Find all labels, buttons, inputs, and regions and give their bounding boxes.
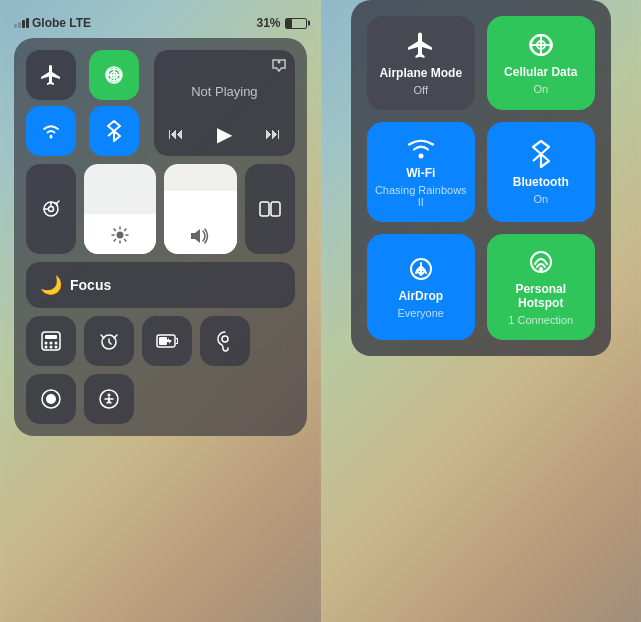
svg-point-36 [46, 394, 56, 404]
svg-rect-20 [271, 202, 280, 216]
signal-bars [14, 18, 29, 28]
svg-line-31 [114, 335, 117, 338]
expanded-bluetooth-button[interactable]: Bluetooth On [487, 122, 595, 222]
focus-label: Focus [70, 277, 111, 293]
volume-slider[interactable] [164, 164, 236, 254]
svg-point-5 [50, 136, 53, 139]
svg-rect-19 [260, 202, 269, 216]
expanded-hotspot-button[interactable]: Personal Hotspot 1 Connection [487, 234, 595, 340]
svg-text:((·)): ((·)) [107, 71, 122, 81]
battery-status-button[interactable] [142, 316, 192, 366]
hearing-button[interactable] [200, 316, 250, 366]
expanded-wifi-title: Wi-Fi [406, 166, 435, 180]
media-controls: ⏮ ▶ ⏭ [164, 122, 284, 146]
expanded-wifi-subtitle: Chasing Rainbows II [375, 184, 467, 208]
svg-point-9 [49, 207, 54, 212]
expanded-cellular-title: Cellular Data [504, 65, 577, 79]
svg-point-27 [50, 346, 53, 349]
svg-line-16 [125, 240, 126, 241]
expanded-connectivity-card: Airplane Mode Off [351, 0, 611, 356]
rewind-button[interactable]: ⏮ [168, 125, 184, 143]
calculator-button[interactable] [26, 316, 76, 366]
svg-point-47 [418, 154, 423, 159]
icon-row-2 [26, 374, 295, 424]
expanded-hotspot-icon [527, 248, 555, 276]
sliders-row [84, 164, 237, 254]
bottom-rows [26, 316, 295, 424]
focus-row: 🌙 Focus [26, 262, 295, 308]
volume-icon [190, 228, 210, 244]
cellular-button[interactable]: ((·)) [89, 50, 139, 100]
brightness-slider[interactable] [84, 164, 156, 254]
svg-line-30 [101, 335, 104, 338]
expanded-hotspot-title: Personal Hotspot [495, 282, 587, 310]
expanded-bluetooth-icon [531, 139, 551, 169]
svg-point-38 [108, 394, 111, 397]
expanded-airplane-button[interactable]: Airplane Mode Off [367, 16, 475, 110]
expanded-wifi-icon [406, 136, 436, 160]
battery-percent: 31% [256, 16, 280, 30]
alarm-button[interactable] [84, 316, 134, 366]
expanded-airdrop-title: AirDrop [398, 289, 443, 303]
focus-button[interactable]: 🌙 Focus [26, 262, 295, 308]
expanded-cellular-button[interactable]: Cellular Data On [487, 16, 595, 110]
screen-record-button[interactable] [26, 374, 76, 424]
brightness-icon [111, 226, 129, 244]
svg-line-18 [114, 240, 115, 241]
svg-point-25 [55, 342, 58, 345]
svg-rect-22 [45, 335, 57, 339]
left-screen: Globe LTE 31% [0, 0, 321, 622]
status-bar: Globe LTE 31% [14, 12, 307, 38]
expanded-airdrop-button[interactable]: AirDrop Everyone [367, 234, 475, 340]
expanded-grid: Airplane Mode Off [367, 16, 595, 340]
expanded-hotspot-subtitle: 1 Connection [508, 314, 573, 326]
svg-line-48 [533, 154, 541, 161]
svg-point-7 [277, 61, 280, 64]
not-playing-label: Not Playing [164, 60, 284, 122]
expanded-wifi-button[interactable]: Wi-Fi Chasing Rainbows II [367, 122, 475, 222]
forward-button[interactable]: ⏭ [265, 125, 281, 143]
expanded-bluetooth-title: Bluetooth [513, 175, 569, 189]
svg-point-24 [50, 342, 53, 345]
svg-point-28 [55, 346, 58, 349]
right-screen: Airplane Mode Off [321, 0, 642, 622]
lock-rotation-button[interactable] [26, 164, 76, 254]
svg-line-17 [125, 229, 126, 230]
control-center-card: ((·)) [14, 38, 307, 436]
svg-point-10 [117, 232, 124, 239]
expanded-bluetooth-subtitle: On [533, 193, 548, 205]
connectivity-grid: ((·)) [26, 50, 146, 156]
middle-row [26, 164, 295, 254]
svg-line-15 [114, 229, 115, 230]
expanded-airdrop-subtitle: Everyone [398, 307, 444, 319]
svg-point-34 [222, 336, 228, 342]
moon-icon: 🌙 [40, 274, 62, 296]
icon-row-1 [26, 316, 295, 366]
wifi-button[interactable] [26, 106, 76, 156]
expanded-cellular-icon [527, 31, 555, 59]
media-player: Not Playing ⏮ ▶ ⏭ [154, 50, 294, 156]
expanded-airplane-title: Airplane Mode [379, 66, 462, 80]
battery-icon [285, 18, 307, 29]
bluetooth-button[interactable] [89, 106, 139, 156]
play-button[interactable]: ▶ [217, 122, 232, 146]
top-row: ((·)) [26, 50, 295, 156]
svg-point-26 [45, 346, 48, 349]
svg-point-23 [45, 342, 48, 345]
expanded-airplane-subtitle: Off [414, 84, 428, 96]
carrier-label: Globe LTE [32, 16, 91, 30]
airplay-icon[interactable] [271, 58, 287, 72]
svg-point-52 [539, 267, 543, 271]
screen-mirror-button[interactable] [245, 164, 295, 254]
airplane-button[interactable] [26, 50, 76, 100]
expanded-airplane-icon [406, 30, 436, 60]
svg-rect-33 [159, 337, 167, 345]
expanded-cellular-subtitle: On [533, 83, 548, 95]
expanded-airdrop-icon [407, 255, 435, 283]
accessibility-button[interactable] [84, 374, 134, 424]
